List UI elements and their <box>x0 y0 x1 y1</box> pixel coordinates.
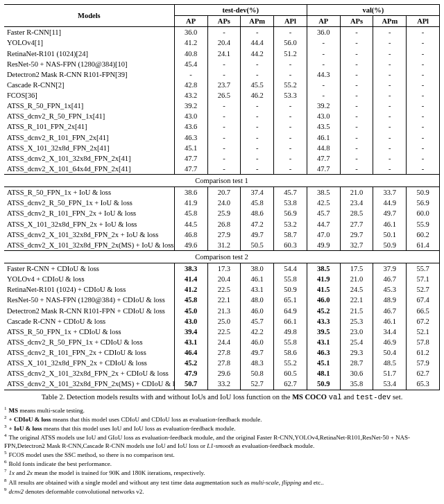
cell-testdev: - <box>274 69 307 80</box>
section-header: Comparison test 1 <box>4 175 440 187</box>
footnote: 5FCOS model uses the SSC method, so ther… <box>4 450 440 459</box>
cell-testdev: 21.3 <box>207 306 241 316</box>
cell-testdev: 49.7 <box>241 229 274 240</box>
cell-val: 61.4 <box>407 240 440 251</box>
cell-testdev: 24.1 <box>207 49 241 59</box>
table-row: ATSS_R_50_FPN_1x + CDIoU & loss39.422.54… <box>4 327 440 337</box>
cell-testdev: 41.9 <box>174 198 207 208</box>
cell-testdev: 24.0 <box>207 198 241 208</box>
cell-val: - <box>340 27 373 38</box>
cell-testdev: 52.7 <box>241 379 274 390</box>
cell-testdev: 47.9 <box>174 368 207 379</box>
table-row: Detectron2 Mask R-CNN R101-FPN[39]----44… <box>4 69 440 80</box>
cell-val: 38.5 <box>307 187 340 198</box>
cell-testdev: - <box>207 27 241 38</box>
cell-testdev: 60.3 <box>274 240 307 251</box>
footnote: 71x and 2x mean the model is trained for… <box>4 468 440 477</box>
cell-testdev: 31.2 <box>207 240 241 251</box>
model-name: Faster R-CNN[11] <box>4 27 174 38</box>
cell-testdev: 42.2 <box>241 327 274 337</box>
cell-val: 44.7 <box>307 219 340 229</box>
cell-testdev: 20.7 <box>207 187 241 198</box>
model-name: ATSS_X_101_32x8d_FPN_2x + CDIoU & loss <box>4 358 174 368</box>
cell-val: 50.4 <box>373 347 407 358</box>
cell-testdev: 47.2 <box>241 219 274 229</box>
cell-testdev: 44.2 <box>241 49 274 59</box>
cell-val: 50.9 <box>307 379 340 390</box>
cell-val: 46.0 <box>307 295 340 305</box>
cell-val: - <box>407 69 440 80</box>
cell-testdev: 46.8 <box>174 229 207 240</box>
cell-val: 57.9 <box>407 358 440 368</box>
colgroup-testdev: test-dev(%) <box>174 5 307 16</box>
cell-val: 53.4 <box>373 379 407 390</box>
cell-val: - <box>307 80 340 90</box>
cell-testdev: 43.6 <box>174 121 207 132</box>
cell-testdev: - <box>207 164 241 175</box>
table-row: RetinaNet-R101 (1024) + CDIoU & loss41.2… <box>4 284 440 295</box>
cell-testdev: 29.6 <box>207 368 241 379</box>
cell-testdev: 45.2 <box>174 358 207 368</box>
cell-testdev: 43.2 <box>174 90 207 101</box>
cell-testdev: 37.4 <box>241 187 274 198</box>
cell-val: 44.3 <box>307 69 340 80</box>
cell-val: 57.1 <box>407 274 440 284</box>
cell-val: 23.4 <box>340 198 373 208</box>
model-name: ATSS_dcnv2_X_101_32x8d_FPN_2x + CDIoU & … <box>4 368 174 379</box>
cell-testdev: 44.4 <box>241 37 274 48</box>
cell-testdev: 24.4 <box>207 337 241 347</box>
cell-val: 48.5 <box>373 358 407 368</box>
table-caption: Table 2. Detection models results with a… <box>4 393 440 401</box>
cell-val: 46.1 <box>373 219 407 229</box>
cell-testdev: 43.1 <box>174 337 207 347</box>
cell-testdev: - <box>241 101 274 111</box>
cell-val: - <box>307 37 340 48</box>
cell-testdev: 60.5 <box>274 368 307 379</box>
cell-testdev: - <box>274 143 307 153</box>
table-row: ATSS_dcnv2_X_101_32x8d_FPN_2x[41]47.7---… <box>4 153 440 164</box>
cell-testdev: 53.3 <box>274 90 307 101</box>
cell-testdev: 26.5 <box>207 90 241 101</box>
footnotes: 1MS means multi-scale testing.2+ CDIoU &… <box>4 406 440 496</box>
cell-val: - <box>407 49 440 59</box>
cell-val: 49.7 <box>373 208 407 218</box>
cell-val: - <box>307 90 340 101</box>
cell-val: 43.0 <box>307 111 340 121</box>
table-row: ATSS_dcnv2_R_101_FPN_2x[41]46.3---46.1--… <box>4 132 440 143</box>
model-name: ATSS_dcnv2_X_101_32x8d_FPN_2x(MS) + CDIo… <box>4 379 174 390</box>
cell-val: - <box>340 121 373 132</box>
model-name: YOLOv4 + CDIoU & loss <box>4 274 174 284</box>
cell-val: 24.5 <box>340 284 373 295</box>
cell-val: 47.7 <box>307 153 340 164</box>
cell-testdev: 51.2 <box>274 49 307 59</box>
model-name: Cascade R-CNN + CDIoU & loss <box>4 316 174 327</box>
cell-val: 44.9 <box>373 198 407 208</box>
cell-testdev: - <box>274 101 307 111</box>
results-table: Models test-dev(%) val(%) AP APs APm APl… <box>4 4 440 390</box>
model-name: ATSS_R_50_FPN_1x + CDIoU & loss <box>4 327 174 337</box>
cell-testdev: 50.8 <box>241 368 274 379</box>
cell-val: 60.2 <box>407 229 440 240</box>
cell-testdev: 44.5 <box>174 219 207 229</box>
cell-val: 46.7 <box>373 274 407 284</box>
cell-testdev: 22.5 <box>207 327 241 337</box>
cell-testdev: 64.9 <box>274 306 307 316</box>
table-row: ResNet-50 + NAS-FPN (1280@384) + CDIoU &… <box>4 295 440 305</box>
cell-val: 50.9 <box>373 240 407 251</box>
cell-testdev: 26.8 <box>207 219 241 229</box>
caption-sp2: and <box>342 393 356 401</box>
cell-testdev: 45.7 <box>274 187 307 198</box>
cell-val: 41.9 <box>307 274 340 284</box>
cell-val: - <box>373 143 407 153</box>
cell-val: - <box>407 37 440 48</box>
table-row: FCOS[36]43.226.546.253.3---- <box>4 90 440 101</box>
cell-val: 67.4 <box>407 295 440 305</box>
cell-testdev: - <box>274 59 307 69</box>
col-v-apm: APm <box>373 16 407 27</box>
cell-testdev: 49.6 <box>174 240 207 251</box>
cell-val: 66.5 <box>407 306 440 316</box>
cell-val: 46.7 <box>373 306 407 316</box>
cell-testdev: 53.8 <box>274 198 307 208</box>
cell-testdev: 40.8 <box>174 49 207 59</box>
section-header: Comparison test 2 <box>4 250 440 263</box>
